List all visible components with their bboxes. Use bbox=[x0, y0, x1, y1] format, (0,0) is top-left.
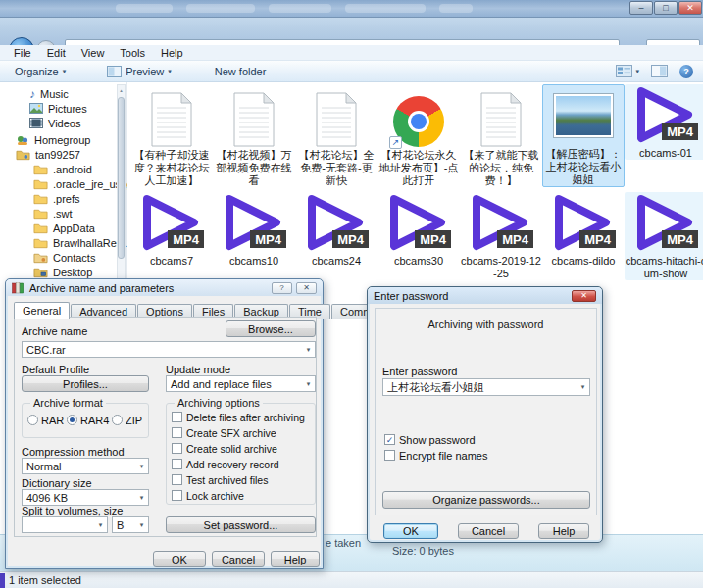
archive-ok-button[interactable]: OK bbox=[153, 551, 206, 567]
chevron-down-icon[interactable]: ▾ bbox=[302, 380, 315, 388]
split-unit-value: B bbox=[117, 519, 124, 531]
menu-tools[interactable]: Tools bbox=[112, 47, 153, 59]
password-dialog-titlebar[interactable]: Enter password ✕ bbox=[368, 287, 602, 304]
checkbox-test[interactable]: ✓ bbox=[172, 474, 182, 485]
svg-text:MP4: MP4 bbox=[420, 232, 447, 247]
radio-zip[interactable] bbox=[112, 415, 123, 425]
chevron-down-icon: ▾ bbox=[635, 68, 639, 75]
checkbox-delete-files[interactable]: ✓ bbox=[172, 412, 182, 422]
show-password-label: Show password bbox=[399, 434, 476, 446]
ok-label: OK bbox=[172, 554, 187, 565]
file-tile[interactable]: MP4 cbcams10 bbox=[213, 192, 295, 268]
window-titlebar[interactable]: – □ ✕ bbox=[0, 0, 703, 18]
preview-label: Preview bbox=[126, 66, 164, 77]
archive-dialog[interactable]: Archive name and parameters ? ✕ General … bbox=[5, 278, 324, 569]
password-cancel-button[interactable]: Cancel bbox=[458, 523, 519, 539]
menu-file[interactable]: File bbox=[6, 47, 39, 59]
chevron-down-icon[interactable]: ▾ bbox=[135, 494, 148, 502]
svg-text:MP4: MP4 bbox=[502, 232, 529, 247]
split-size-combobox[interactable]: ▾ bbox=[22, 516, 108, 533]
mp4-file-icon: MP4 bbox=[384, 193, 453, 252]
text-file-icon bbox=[315, 92, 358, 147]
file-name: 【解压密码】：上村花论坛看小姐姐 bbox=[543, 148, 624, 186]
checkbox-encrypt-names[interactable]: ✓ bbox=[384, 450, 395, 461]
chevron-down-icon[interactable]: ▾ bbox=[135, 521, 148, 529]
organize-button[interactable]: Organize ▾ bbox=[6, 61, 75, 81]
close-icon: ✕ bbox=[580, 291, 587, 300]
split-unit-combobox[interactable]: B ▾ bbox=[112, 516, 149, 533]
chevron-down-icon[interactable]: ▾ bbox=[94, 521, 107, 529]
update-mode-combobox[interactable]: Add and replace files ▾ bbox=[166, 375, 316, 392]
archive-dialog-title: Archive name and parameters bbox=[29, 282, 174, 294]
checkbox-show-password[interactable]: ✓ bbox=[384, 434, 395, 445]
dialog-help-button[interactable]: ? bbox=[272, 282, 292, 294]
preview-button[interactable]: Preview ▾ bbox=[98, 61, 180, 81]
file-tile[interactable]: MP4 cbcams24 bbox=[295, 192, 377, 268]
file-tile[interactable]: ↗ 【村花论坛永久地址发布页】-点此打开 bbox=[377, 86, 460, 187]
archive-format-label: Archive format bbox=[30, 397, 106, 409]
change-view-button[interactable]: ▾ bbox=[616, 65, 639, 77]
tab-general[interactable]: General bbox=[14, 302, 70, 318]
dialog-close-button[interactable]: ✕ bbox=[572, 290, 596, 302]
radio-rar4[interactable] bbox=[67, 415, 77, 425]
chevron-down-icon[interactable]: ▾ bbox=[135, 463, 148, 470]
mp4-file-icon: MP4 bbox=[549, 193, 618, 252]
chevron-down-icon[interactable]: ▾ bbox=[577, 383, 589, 391]
file-tile[interactable]: 【村花视频】万部视频免费在线看 bbox=[213, 86, 295, 187]
menu-help[interactable]: Help bbox=[153, 47, 191, 59]
maximize-button[interactable]: □ bbox=[654, 1, 678, 15]
default-profile-label: Default Profile bbox=[22, 364, 89, 375]
scroll-up-icon[interactable]: ▴ bbox=[118, 85, 125, 95]
dictionary-value: 4096 KB bbox=[26, 492, 68, 504]
sidebar-item-tan99257[interactable]: tan99257 bbox=[16, 147, 131, 162]
compression-combobox[interactable]: Normal ▾ bbox=[22, 458, 149, 474]
dialog-close-button[interactable]: ✕ bbox=[296, 282, 317, 294]
close-button[interactable]: ✕ bbox=[678, 1, 702, 15]
password-ok-button[interactable]: OK bbox=[383, 523, 438, 539]
sidebar-item-label: .android bbox=[53, 164, 92, 175]
file-name: cbcams-hitachi-cum-show bbox=[625, 255, 703, 280]
minimize-button[interactable]: – bbox=[629, 1, 653, 15]
archive-cancel-button[interactable]: Cancel bbox=[212, 551, 265, 567]
file-tile[interactable]: MP4 cbcams-hitachi-cum-show bbox=[625, 192, 703, 280]
new-folder-button[interactable]: New folder bbox=[206, 61, 276, 81]
checkbox-solid[interactable]: ✓ bbox=[172, 443, 182, 454]
menu-view[interactable]: View bbox=[74, 47, 113, 59]
file-tile[interactable]: MP4 cbcams-2019-12-25 bbox=[460, 192, 542, 280]
archive-name-combobox[interactable]: CBC.rar ▾ bbox=[22, 341, 316, 358]
profiles-button[interactable]: Profiles... bbox=[22, 375, 149, 392]
checkbox-recovery[interactable]: ✓ bbox=[172, 459, 182, 469]
radio-rar[interactable] bbox=[27, 415, 38, 425]
file-name: cbcams7 bbox=[130, 255, 213, 268]
file-tile[interactable]: 【来了就能下载的论坛，纯免费！】 bbox=[460, 86, 542, 187]
browse-button[interactable]: Browse... bbox=[226, 320, 316, 337]
help-label: Help bbox=[284, 554, 307, 565]
preview-pane-icon[interactable] bbox=[651, 65, 668, 77]
archive-dialog-titlebar[interactable]: Archive name and parameters ? ✕ bbox=[6, 279, 323, 296]
dictionary-combobox[interactable]: 4096 KB ▾ bbox=[22, 489, 149, 506]
scrollbar-thumb[interactable] bbox=[118, 97, 125, 259]
file-tile[interactable]: MP4 cbcams-dildo bbox=[542, 192, 625, 268]
password-combobox[interactable]: 上村花论坛看小姐姐 ▾ bbox=[382, 378, 590, 396]
file-tile[interactable]: MP4 cbcams-01 bbox=[625, 84, 703, 160]
file-tile[interactable]: MP4 cbcams7 bbox=[130, 192, 213, 268]
file-tile-selected[interactable]: 【解压密码】：上村花论坛看小姐姐 bbox=[542, 84, 625, 187]
archive-help-button[interactable]: Help bbox=[271, 551, 320, 567]
mp4-file-icon: MP4 bbox=[467, 193, 535, 252]
file-tile[interactable]: 【有种子却没速度？来村花论坛人工加速】 bbox=[130, 86, 213, 187]
menu-edit[interactable]: Edit bbox=[39, 47, 74, 59]
organize-passwords-button[interactable]: Organize passwords... bbox=[382, 491, 590, 509]
text-file-icon bbox=[479, 92, 523, 147]
checkbox-sfx[interactable]: ✓ bbox=[172, 427, 182, 438]
organize-passwords-label: Organize passwords... bbox=[432, 494, 539, 506]
chevron-down-icon[interactable]: ▾ bbox=[302, 346, 315, 354]
password-help-button[interactable]: Help bbox=[538, 523, 589, 539]
browse-label: Browse... bbox=[248, 323, 293, 335]
file-tile[interactable]: MP4 cbcams30 bbox=[377, 192, 460, 268]
password-dialog[interactable]: Enter password ✕ Archiving with password… bbox=[367, 286, 603, 543]
set-password-button[interactable]: Set password... bbox=[166, 516, 316, 533]
file-tile[interactable]: 【村花论坛】全免费-无套路-更新快 bbox=[295, 86, 377, 187]
checkbox-lock[interactable]: ✓ bbox=[172, 490, 182, 501]
help-button[interactable]: ? bbox=[679, 65, 693, 78]
sidebar-item-homegroup[interactable]: Homegroup bbox=[16, 132, 131, 147]
